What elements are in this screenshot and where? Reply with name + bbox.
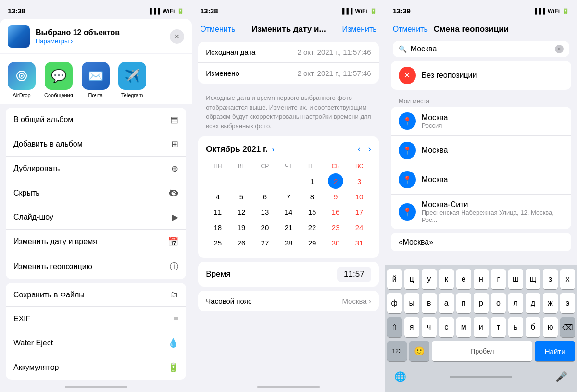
key-г[interactable]: г bbox=[491, 269, 506, 289]
cal-day-9[interactable]: 9 bbox=[328, 189, 343, 204]
confirm-button-2[interactable]: Изменить bbox=[342, 25, 376, 34]
globe-key[interactable]: 🌐 bbox=[391, 367, 410, 386]
app-airdrop[interactable]: AirDrop bbox=[8, 62, 36, 98]
cal-prev-btn[interactable]: ‹ bbox=[358, 144, 361, 154]
cal-day-13[interactable]: 13 bbox=[257, 204, 273, 220]
key-ю[interactable]: ю bbox=[543, 317, 558, 337]
action-save-files[interactable]: Сохранить в Файлы 🗂 bbox=[6, 283, 186, 307]
cal-day-29[interactable]: 29 bbox=[304, 235, 320, 250]
cal-day-6[interactable]: 6 bbox=[257, 189, 273, 204]
key-н[interactable]: н bbox=[474, 269, 489, 289]
cal-day-17[interactable]: 17 bbox=[351, 204, 367, 220]
cal-day-30[interactable]: 30 bbox=[328, 235, 343, 250]
find-button[interactable]: Найти bbox=[535, 341, 575, 361]
key-щ[interactable]: щ bbox=[526, 269, 540, 289]
key-я[interactable]: я bbox=[404, 317, 419, 337]
key-с[interactable]: с bbox=[439, 317, 454, 337]
location-item-2[interactable]: 📍 Москва bbox=[391, 165, 571, 195]
app-messages[interactable]: 💬 Сообщения bbox=[44, 62, 73, 98]
key-в[interactable]: в bbox=[422, 293, 437, 313]
cal-day-26[interactable]: 26 bbox=[234, 235, 249, 250]
mic-key[interactable]: 🎤 bbox=[552, 367, 571, 386]
cal-day-21[interactable]: 21 bbox=[281, 220, 296, 235]
cal-day-11[interactable]: 11 bbox=[210, 204, 226, 220]
key-м[interactable]: м bbox=[456, 317, 471, 337]
key-б[interactable]: б bbox=[526, 317, 540, 337]
cancel-button-2[interactable]: Отменить bbox=[200, 25, 235, 34]
action-water-eject[interactable]: Water Eject 💧 bbox=[6, 331, 186, 355]
share-subtitle[interactable]: Параметры › bbox=[36, 37, 164, 45]
cal-day-10[interactable]: 10 bbox=[351, 189, 367, 204]
cal-next-btn[interactable]: › bbox=[368, 144, 371, 154]
cal-day-22[interactable]: 22 bbox=[304, 220, 320, 235]
app-telegram[interactable]: ✈️ Telegram bbox=[118, 62, 146, 98]
cal-day-16[interactable]: 16 bbox=[328, 204, 343, 220]
cal-day-1[interactable]: 1 bbox=[304, 173, 320, 189]
cal-day-23[interactable]: 23 bbox=[328, 220, 343, 235]
cal-day-25[interactable]: 25 bbox=[210, 235, 226, 250]
key-ы[interactable]: ы bbox=[404, 293, 419, 313]
key-э[interactable]: э bbox=[560, 293, 575, 313]
key-й[interactable]: й bbox=[387, 269, 402, 289]
key-р[interactable]: р bbox=[474, 293, 489, 313]
cal-day-3[interactable]: 3 bbox=[351, 173, 367, 189]
cal-day-20[interactable]: 20 bbox=[257, 220, 273, 235]
cancel-button-3[interactable]: Отменить bbox=[393, 25, 428, 34]
cal-day-18[interactable]: 18 bbox=[210, 220, 226, 235]
action-change-location[interactable]: Изменить геопозицию ⓘ bbox=[6, 254, 186, 279]
key-е[interactable]: е bbox=[456, 269, 471, 289]
location-item-0[interactable]: 📍 Москва Россия bbox=[391, 107, 571, 136]
action-hide[interactable]: Скрыть bbox=[6, 181, 186, 205]
key-ш[interactable]: ш bbox=[508, 269, 523, 289]
cal-day-24[interactable]: 24 bbox=[351, 220, 367, 235]
key-ж[interactable]: ж bbox=[543, 293, 558, 313]
key-ф[interactable]: ф bbox=[387, 293, 402, 313]
key-д[interactable]: д bbox=[526, 293, 540, 313]
key-т[interactable]: т bbox=[491, 317, 506, 337]
cal-day-27[interactable]: 27 bbox=[257, 235, 273, 250]
emoji-key[interactable]: 🙂 bbox=[409, 341, 429, 361]
cal-day-8[interactable]: 8 bbox=[304, 189, 320, 204]
location-item-3[interactable]: 📍 Москва-Сити Пресненская Набережная Ули… bbox=[391, 195, 571, 229]
key-и[interactable]: и bbox=[474, 317, 489, 337]
cal-day-14[interactable]: 14 bbox=[281, 204, 296, 220]
key-з[interactable]: з bbox=[543, 269, 558, 289]
cal-day-28[interactable]: 28 bbox=[281, 235, 296, 250]
key-а[interactable]: а bbox=[439, 293, 454, 313]
key-ц[interactable]: ц bbox=[404, 269, 419, 289]
action-album[interactable]: В общий альбом ▤ bbox=[6, 108, 186, 132]
search-field[interactable]: 🔍 Москва ✕ bbox=[393, 41, 569, 57]
shift-key[interactable]: ⇧ bbox=[387, 317, 402, 337]
action-change-date[interactable]: Изменить дату и время 📅 bbox=[6, 230, 186, 254]
timezone-row[interactable]: Часовой пояс Москва › bbox=[198, 291, 378, 311]
cal-day-15[interactable]: 15 bbox=[304, 204, 320, 220]
action-battery[interactable]: Аккумулятор 🔋 bbox=[6, 355, 186, 380]
cal-day-7[interactable]: 7 bbox=[281, 189, 296, 204]
action-duplicate[interactable]: Дублировать ⊕ bbox=[6, 157, 186, 181]
key-л[interactable]: л bbox=[508, 293, 523, 313]
key-о[interactable]: о bbox=[491, 293, 506, 313]
cal-day-2[interactable]: 2 bbox=[328, 173, 343, 189]
action-slideshow[interactable]: Слайд-шоу ▶ bbox=[6, 205, 186, 230]
time-field-value[interactable]: 11:57 bbox=[337, 267, 371, 282]
search-clear-button[interactable]: ✕ bbox=[555, 45, 564, 53]
share-close-button[interactable]: ✕ bbox=[170, 29, 184, 44]
cal-day-31[interactable]: 31 bbox=[351, 235, 367, 250]
cal-day-4[interactable]: 4 bbox=[210, 189, 226, 204]
cal-day-12[interactable]: 12 bbox=[234, 204, 249, 220]
app-mail[interactable]: ✉️ Почта bbox=[82, 62, 110, 98]
action-add-album[interactable]: Добавить в альбом ⊞ bbox=[6, 132, 186, 157]
key-ч[interactable]: ч bbox=[422, 317, 437, 337]
key-у[interactable]: у bbox=[422, 269, 437, 289]
cal-day-5[interactable]: 5 bbox=[234, 189, 249, 204]
location-item-1[interactable]: 📍 Москва bbox=[391, 136, 571, 165]
key-х[interactable]: х bbox=[560, 269, 575, 289]
delete-key[interactable]: ⌫ bbox=[560, 317, 575, 337]
spacebar[interactable]: Пробел bbox=[432, 341, 532, 361]
numbers-key[interactable]: 123 bbox=[387, 341, 407, 361]
key-ь[interactable]: ь bbox=[508, 317, 523, 337]
no-location-row[interactable]: ✕ Без геопозиции bbox=[391, 61, 571, 90]
search-suggestion[interactable]: «Москва» bbox=[391, 233, 571, 251]
cal-day-19[interactable]: 19 bbox=[234, 220, 249, 235]
key-к[interactable]: к bbox=[439, 269, 454, 289]
